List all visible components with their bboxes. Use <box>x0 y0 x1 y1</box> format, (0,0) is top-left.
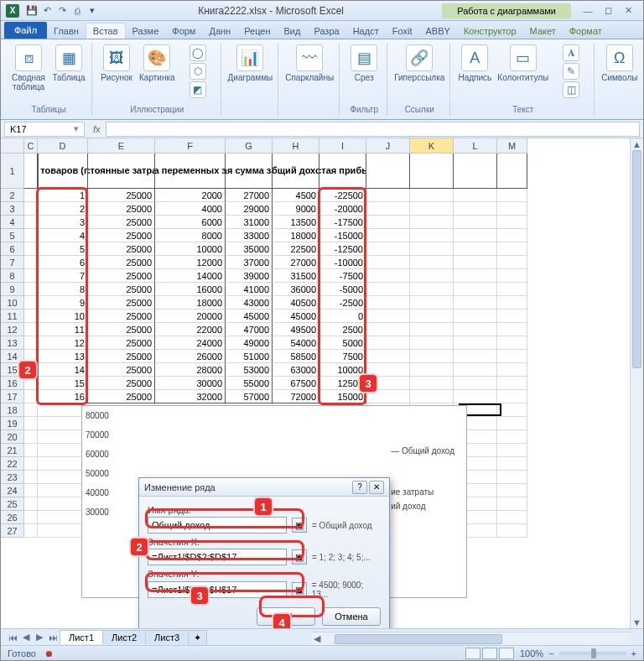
sparklines-button[interactable]: 〰Спарклайны <box>285 44 334 82</box>
table-button[interactable]: ▦Таблица <box>51 44 86 82</box>
tab-chart-design[interactable]: Конструктор <box>457 23 523 39</box>
col-header[interactable]: H <box>273 138 319 154</box>
table-cell[interactable]: 25000 <box>88 202 155 216</box>
table-cell[interactable]: 26000 <box>155 350 226 363</box>
formula-bar[interactable] <box>106 122 640 137</box>
charts-button[interactable]: 📊Диаграммы <box>228 44 273 82</box>
tab-pagelayout[interactable]: Разме <box>126 23 166 39</box>
table-cell[interactable]: 31000 <box>226 216 273 229</box>
row-header[interactable]: 18 <box>1 403 24 417</box>
qat-more-icon[interactable]: ▾ <box>85 3 100 18</box>
table-cell[interactable]: 12000 <box>155 256 226 269</box>
textbox-button[interactable]: AНадпись <box>457 44 492 82</box>
col-header[interactable]: G <box>226 138 273 154</box>
tab-abbyy[interactable]: ABBY <box>419 23 457 39</box>
sheet-tab[interactable]: Лист3 <box>145 630 189 644</box>
table-cell[interactable]: 32000 <box>155 390 226 403</box>
table-cell[interactable]: -5000 <box>319 283 366 296</box>
table-cell[interactable]: 4 <box>38 229 88 242</box>
tab-developer[interactable]: Разра <box>307 23 345 39</box>
row-header[interactable]: 17 <box>1 390 24 403</box>
table-cell[interactable]: 31500 <box>273 269 319 283</box>
view-pagebreak-icon[interactable] <box>499 648 514 659</box>
row-header[interactable]: 22 <box>1 457 24 471</box>
table-cell[interactable]: 0 <box>319 310 366 323</box>
table-cell[interactable]: 13500 <box>273 216 319 229</box>
row-header[interactable]: 16 <box>1 377 24 390</box>
table-cell[interactable]: 43000 <box>226 296 273 310</box>
headerfooter-button[interactable]: ▭Колонтитулы <box>497 44 548 82</box>
sheet-tab[interactable]: Лист1 <box>60 630 103 644</box>
wordart-button[interactable]: 𝐀 <box>553 44 589 61</box>
table-cell[interactable]: 2000 <box>155 189 226 202</box>
dialog-help-button[interactable]: ? <box>352 481 367 494</box>
table-cell[interactable]: 20000 <box>155 310 226 323</box>
table-cell[interactable]: -22500 <box>319 189 366 202</box>
row-header[interactable]: 13 <box>1 336 24 350</box>
table-cell[interactable]: 8 <box>38 283 88 296</box>
tab-file[interactable]: Файл <box>4 22 47 39</box>
range-picker-icon[interactable]: ▣ <box>292 518 307 533</box>
zoom-out-icon[interactable]: − <box>548 648 553 658</box>
table-cell[interactable]: 39000 <box>226 269 273 283</box>
col-header[interactable]: E <box>88 138 155 154</box>
table-cell[interactable]: 25000 <box>88 242 155 256</box>
tab-insert[interactable]: Встав <box>86 23 126 39</box>
table-cell[interactable]: 25000 <box>88 390 155 403</box>
table-cell[interactable]: 16000 <box>155 283 226 296</box>
sheet-nav-prev-icon[interactable]: ◀ <box>19 631 33 644</box>
table-cell[interactable]: 25000 <box>88 229 155 242</box>
row-header[interactable]: 9 <box>1 283 24 296</box>
tab-foxit[interactable]: Foxit <box>386 23 419 39</box>
col-header[interactable]: C <box>24 138 38 154</box>
row-header[interactable]: 7 <box>1 256 24 269</box>
table-cell[interactable]: 33000 <box>226 229 273 242</box>
table-cell[interactable]: 25000 <box>88 377 155 390</box>
table-cell[interactable]: 25000 <box>88 256 155 269</box>
row-header[interactable]: 20 <box>1 430 24 444</box>
sheet-nav-next-icon[interactable]: ▶ <box>33 631 46 644</box>
series-y-input[interactable]: =Лист1!$H$2:$H$17 <box>148 581 287 598</box>
qat-save-icon[interactable]: 💾 <box>24 3 39 18</box>
table-cell[interactable]: 58500 <box>273 350 319 363</box>
clipart-button[interactable]: 🎨Картинка <box>139 44 175 82</box>
fx-icon[interactable]: fx <box>93 124 101 134</box>
tab-view[interactable]: Вид <box>278 23 308 39</box>
row-header[interactable]: 19 <box>1 417 24 430</box>
sigline-button[interactable]: ✎ <box>553 63 589 80</box>
maximize-icon[interactable]: ◻ <box>598 3 618 18</box>
name-box[interactable]: K17▾ <box>4 122 85 137</box>
tab-review[interactable]: Рецен <box>237 23 277 39</box>
table-cell[interactable]: 25000 <box>88 310 155 323</box>
range-picker-icon[interactable]: ▣ <box>292 582 307 597</box>
table-cell[interactable]: 54000 <box>273 336 319 350</box>
table-cell[interactable]: 25000 <box>88 323 155 336</box>
table-cell[interactable]: -10000 <box>319 256 366 269</box>
table-cell[interactable]: 57000 <box>226 390 273 403</box>
table-cell[interactable]: 16 <box>38 390 88 403</box>
qat-undo-icon[interactable]: ↶ <box>39 3 55 18</box>
table-cell[interactable]: 10 <box>38 310 88 323</box>
table-cell[interactable]: -12500 <box>319 242 366 256</box>
table-cell[interactable]: 55000 <box>226 377 273 390</box>
table-cell[interactable]: 25000 <box>88 336 155 350</box>
table-cell[interactable]: 5000 <box>319 336 366 350</box>
symbols-button[interactable]: ΩСимволы <box>601 44 637 82</box>
qat-print-icon[interactable]: ⎙ <box>70 3 85 18</box>
shapes-button[interactable]: ◯ <box>180 44 216 61</box>
new-sheet-button[interactable]: ✦ <box>188 630 207 645</box>
qat-redo-icon[interactable]: ↷ <box>55 3 70 18</box>
table-cell[interactable]: 25000 <box>88 269 155 283</box>
scroll-thumb[interactable] <box>632 150 641 368</box>
row-header[interactable]: 5 <box>1 229 24 242</box>
row-header[interactable]: 27 <box>1 524 24 538</box>
tab-home[interactable]: Главн <box>47 23 86 39</box>
table-cell[interactable]: 11 <box>38 323 88 336</box>
tab-chart-format[interactable]: Формат <box>563 23 609 39</box>
table-cell[interactable]: 1 <box>38 189 88 202</box>
row-header[interactable]: 12 <box>1 323 24 336</box>
table-cell[interactable]: 9 <box>38 296 88 310</box>
table-cell[interactable]: 67500 <box>273 377 319 390</box>
table-cell[interactable]: 27000 <box>273 256 319 269</box>
table-cell[interactable]: 18000 <box>155 296 226 310</box>
